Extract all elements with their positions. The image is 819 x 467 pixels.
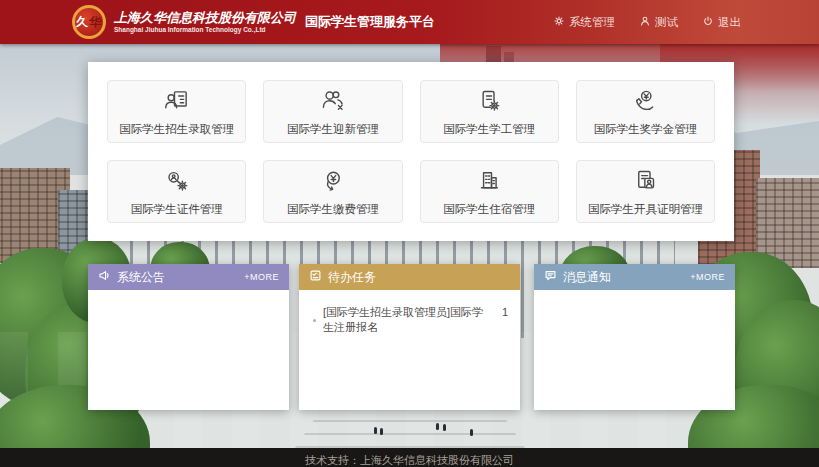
todo-list-item[interactable]: [国际学生招生录取管理员]国际学生注册报名 1 [299, 290, 520, 335]
announcements-header: 系统公告 +MORE [88, 264, 289, 290]
bg-pedestrian [470, 429, 473, 436]
module-label: 国际学生住宿管理 [443, 202, 535, 217]
logo-char-2: 华 [89, 14, 102, 31]
module-payment[interactable]: 国际学生缴费管理 [263, 160, 402, 223]
top-header-bar: 久华 上海久华信息科技股份有限公司 Shanghai Jiuhua Inform… [0, 0, 819, 44]
bullet-icon [313, 319, 316, 322]
payment-icon [318, 166, 348, 196]
panel-system-announcements: 系统公告 +MORE [88, 264, 289, 410]
module-orientation[interactable]: 国际学生迎新管理 [263, 80, 402, 143]
panel-title: 待办任务 [328, 269, 376, 286]
jiuhua-logo-icon: 久华 [72, 5, 106, 39]
messages-more-link[interactable]: +MORE [690, 272, 725, 282]
power-icon [702, 15, 714, 29]
panel-message-notifications: 消息通知 +MORE [534, 264, 735, 410]
todo-text: [国际学生招生录取管理员]国际学生注册报名 [323, 305, 492, 335]
id-card-icon [162, 166, 192, 196]
footer-bar: 技术支持：上海久华信息科技股份有限公司 [0, 448, 819, 467]
bg-pedestrian [443, 424, 446, 431]
module-certificate[interactable]: 国际学生开具证明管理 [576, 160, 715, 223]
module-scholarship[interactable]: 国际学生奖学金管理 [576, 80, 715, 143]
scholarship-icon [630, 86, 660, 116]
todos-header: 待办任务 [299, 264, 520, 290]
panel-title: 系统公告 [117, 269, 165, 286]
footer-support-text: 技术支持：上海久华信息科技股份有限公司 [305, 448, 514, 467]
panel-title: 消息通知 [563, 269, 611, 286]
nav-label: 测试 [655, 15, 678, 30]
message-icon [544, 269, 557, 285]
nav-current-user[interactable]: 测试 [639, 15, 678, 30]
certificate-icon [630, 166, 660, 196]
header-nav: 系统管理 测试 退出 [553, 0, 741, 44]
messages-header: 消息通知 +MORE [534, 264, 735, 290]
user-icon [639, 15, 651, 29]
platform-title: 国际学生管理服务平台 [305, 13, 435, 31]
orientation-icon [318, 86, 348, 116]
todo-icon [309, 269, 322, 285]
module-id-card[interactable]: 国际学生证件管理 [107, 160, 246, 223]
todo-count-badge: 1 [502, 306, 508, 318]
admission-icon [162, 86, 192, 116]
module-label: 国际学生招生录取管理 [119, 122, 234, 137]
module-label: 国际学生奖学金管理 [594, 122, 698, 137]
panel-todo-tasks: 待办任务 [国际学生招生录取管理员]国际学生注册报名 1 [299, 264, 520, 410]
modules-grid: 国际学生招生录取管理 国际学生迎新管理 国际学生学工管理 国际学生奖学金管理 国 [107, 80, 715, 223]
announcements-more-link[interactable]: +MORE [244, 272, 279, 282]
module-label: 国际学生证件管理 [131, 202, 223, 217]
todos-body: [国际学生招生录取管理员]国际学生注册报名 1 [299, 290, 520, 410]
module-label: 国际学生缴费管理 [287, 202, 379, 217]
nav-label: 系统管理 [569, 15, 615, 30]
nav-logout[interactable]: 退出 [702, 15, 741, 30]
bg-pedestrian [374, 427, 377, 434]
announcements-body [88, 290, 289, 410]
brand-logo: 久华 上海久华信息科技股份有限公司 Shanghai Jiuhua Inform… [72, 5, 296, 39]
announcement-icon [98, 269, 111, 285]
company-name-cn: 上海久华信息科技股份有限公司 [114, 10, 296, 26]
nav-system-management[interactable]: 系统管理 [553, 15, 615, 30]
nav-label: 退出 [718, 15, 741, 30]
module-label: 国际学生开具证明管理 [588, 202, 703, 217]
module-student-affairs[interactable]: 国际学生学工管理 [420, 80, 559, 143]
bg-pedestrian [436, 423, 439, 430]
gear-icon [553, 15, 565, 29]
student-affairs-icon [474, 86, 504, 116]
module-label: 国际学生学工管理 [443, 122, 535, 137]
module-label: 国际学生迎新管理 [287, 122, 379, 137]
messages-body [534, 290, 735, 410]
bg-pedestrian [380, 428, 383, 435]
module-admission[interactable]: 国际学生招生录取管理 [107, 80, 246, 143]
modules-card: 国际学生招生录取管理 国际学生迎新管理 国际学生学工管理 国际学生奖学金管理 国 [88, 62, 734, 241]
building-icon [474, 166, 504, 196]
module-accommodation[interactable]: 国际学生住宿管理 [420, 160, 559, 223]
company-name-block: 上海久华信息科技股份有限公司 Shanghai Jiuhua Informati… [114, 10, 296, 34]
logo-char-1: 久 [76, 14, 89, 31]
company-name-en: Shanghai Jiuhua Information Technology C… [114, 26, 296, 34]
